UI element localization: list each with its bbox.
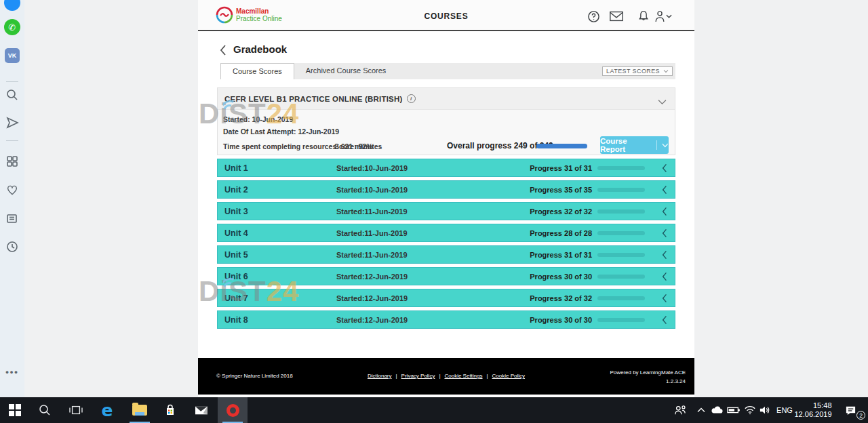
link-separator: |: [396, 373, 397, 379]
chevron-left-icon[interactable]: [661, 315, 668, 325]
back-button[interactable]: [219, 44, 227, 56]
whatsapp-icon[interactable]: ✆: [4, 19, 20, 35]
unit-row[interactable]: Unit 4 Started:11-Jun-2019 Progress 28 o…: [217, 224, 675, 242]
action-center-icon[interactable]: 2: [838, 397, 863, 423]
link-separator: |: [439, 373, 440, 379]
gradebook-tabs: Course Scores Archived Course Scores LAT…: [220, 63, 675, 79]
unit-progress-label: Progress 32 of 32: [530, 294, 592, 302]
unit-name: Unit 8: [224, 315, 248, 325]
vk-icon[interactable]: VK: [5, 48, 20, 63]
unit-name: Unit 3: [224, 207, 248, 216]
chevron-left-icon[interactable]: [661, 206, 668, 217]
news-icon[interactable]: [5, 212, 19, 225]
unit-progress-label: Progress 32 of 32: [530, 207, 592, 216]
speed-dial-grid-icon[interactable]: [5, 155, 19, 168]
chevron-left-icon[interactable]: [661, 163, 668, 174]
page-title: Gradebook: [233, 43, 287, 55]
macmillan-logo[interactable]: Macmillan Practice Online: [216, 6, 282, 24]
copyright-text: © Springer Nature Limited 2018: [216, 373, 293, 379]
footer-links: Dictionary|Privacy Policy|Cookie Setting…: [368, 373, 525, 379]
mail-icon[interactable]: [609, 9, 624, 24]
overall-progress-bar: [536, 144, 587, 148]
chevron-down-icon: [663, 69, 669, 73]
taskbar-search-icon[interactable]: [30, 397, 60, 423]
edge-glyph: e: [102, 401, 113, 420]
chevron-left-icon[interactable]: [661, 184, 668, 195]
messenger-icon[interactable]: [4, 0, 20, 11]
unit-row[interactable]: Unit 8 Started:12-Jun-2019 Progress 30 o…: [217, 310, 675, 329]
task-view-icon[interactable]: [61, 397, 91, 423]
unit-row[interactable]: Unit 3 Started:11-Jun-2019 Progress 32 o…: [217, 202, 675, 220]
collapse-chevron-icon[interactable]: [658, 96, 667, 108]
unit-list: Unit 1 Started:10-Jun-2019 Progress 31 o…: [217, 159, 675, 332]
start-button[interactable]: [0, 397, 30, 423]
course-report-button[interactable]: Course Report: [600, 136, 669, 154]
macmillan-logo-mark: [216, 6, 233, 24]
nav-courses[interactable]: COURSES: [425, 12, 469, 21]
sidebar-divider: [6, 81, 18, 82]
sidebar-more-icon[interactable]: •••: [5, 367, 19, 377]
unit-progress-bar: [597, 209, 645, 214]
tab-course-scores[interactable]: Course Scores: [220, 63, 294, 79]
unit-progress-label: Progress 35 of 35: [530, 186, 592, 194]
account-menu[interactable]: [651, 9, 674, 24]
unit-progress-bar: [597, 318, 645, 322]
course-panel-body: Started: 10-Jun-2019 Date Of Last Attemp…: [218, 110, 675, 155]
onedrive-cloud-icon[interactable]: [709, 397, 724, 423]
opera-logo: [226, 404, 239, 417]
file-explorer-icon[interactable]: [125, 397, 155, 423]
unit-progress-bar: [597, 296, 645, 300]
history-clock-icon[interactable]: [5, 240, 19, 254]
clock-tray[interactable]: 15:48 12.06.2019: [792, 397, 834, 423]
chevron-down-icon: [662, 143, 669, 148]
link-separator: |: [487, 373, 488, 379]
unit-started: Started:12-Jun-2019: [336, 316, 408, 324]
chevron-left-icon[interactable]: [661, 228, 668, 239]
unit-name: Unit 5: [224, 250, 248, 260]
overall-progress-fill: [536, 144, 587, 148]
unit-progress-label: Progress 28 of 28: [530, 229, 592, 237]
notifications-bell-icon[interactable]: [636, 9, 651, 24]
link-privacy-policy[interactable]: Privacy Policy: [401, 373, 435, 379]
notification-badge: 2: [856, 411, 865, 420]
unit-progress-bar: [597, 275, 645, 279]
macmillan-logo-text: Macmillan Practice Online: [236, 7, 282, 22]
bookmarks-heart-icon[interactable]: [5, 183, 19, 197]
unit-progress-label: Progress 31 of 31: [530, 251, 592, 259]
unit-started: Started:12-Jun-2019: [336, 273, 408, 281]
opera-icon[interactable]: [218, 397, 248, 423]
unit-progress-label: Progress 30 of 30: [530, 316, 592, 324]
latest-scores-dropdown[interactable]: LATEST SCORES: [602, 66, 673, 76]
wifi-icon[interactable]: [742, 397, 758, 423]
tray-expand-chevron-icon[interactable]: [694, 397, 708, 423]
unit-row[interactable]: Unit 1 Started:10-Jun-2019 Progress 31 o…: [217, 159, 675, 177]
unit-progress-label: Progress 30 of 30: [530, 273, 592, 281]
chevron-left-icon[interactable]: [661, 249, 668, 260]
unit-row[interactable]: Unit 6 Started:12-Jun-2019 Progress 30 o…: [217, 267, 675, 285]
unit-row[interactable]: Unit 7 Started:12-Jun-2019 Progress 32 o…: [217, 289, 675, 307]
unit-row[interactable]: Unit 2 Started:10-Jun-2019 Progress 35 o…: [217, 180, 675, 199]
course-name: CEFR LEVEL B1 PRACTICE ONLINE (BRITISH): [224, 95, 403, 103]
chevron-left-icon[interactable]: [661, 293, 668, 304]
search-icon[interactable]: [5, 88, 19, 102]
unit-progress-bar: [597, 166, 645, 170]
help-icon[interactable]: [586, 9, 601, 24]
mail-app-icon[interactable]: [186, 397, 216, 423]
link-dictionary[interactable]: Dictionary: [368, 373, 392, 379]
chevron-left-icon[interactable]: [661, 271, 668, 282]
unit-started: Started:10-Jun-2019: [336, 186, 408, 194]
link-cookie-policy[interactable]: Cookie Policy: [492, 373, 525, 379]
tab-archived-course-scores[interactable]: Archived Course Scores: [294, 63, 398, 79]
battery-icon[interactable]: [726, 397, 742, 423]
unit-progress-bar: [597, 188, 645, 192]
people-tray-icon[interactable]: [671, 397, 689, 423]
microsoft-store-icon[interactable]: [155, 397, 185, 423]
unit-progress-label: Progress 31 of 31: [530, 164, 592, 172]
info-icon[interactable]: i: [407, 94, 416, 103]
edge-icon[interactable]: e: [92, 397, 122, 423]
my-flow-send-icon[interactable]: [5, 116, 19, 129]
course-panel-header[interactable]: CEFR LEVEL B1 PRACTICE ONLINE (BRITISH) …: [218, 88, 675, 110]
link-cookie-settings[interactable]: Cookie Settings: [444, 373, 482, 379]
unit-row[interactable]: Unit 5 Started:11-Jun-2019 Progress 31 o…: [217, 245, 675, 264]
volume-icon[interactable]: [757, 397, 773, 423]
